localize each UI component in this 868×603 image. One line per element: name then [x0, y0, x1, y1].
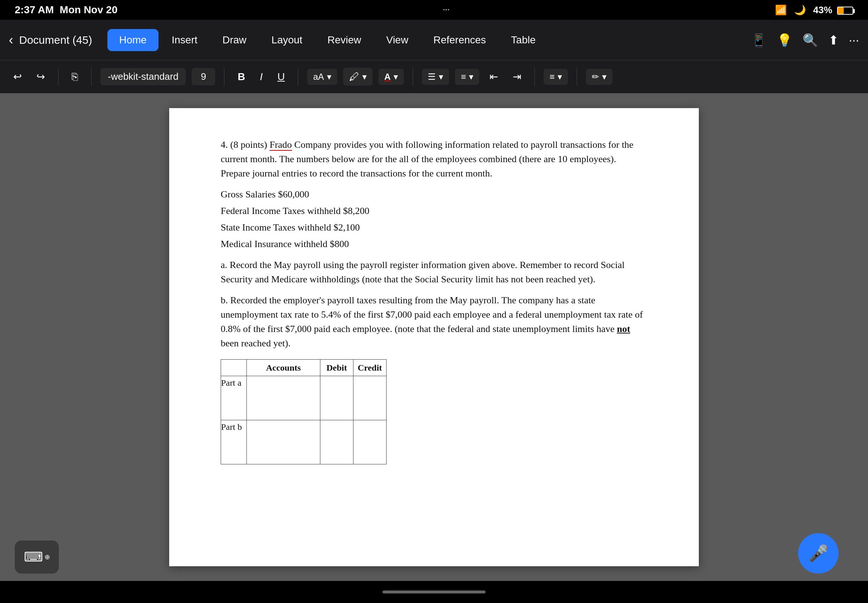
header-accounts: Accounts: [247, 360, 320, 376]
paste-button[interactable]: ⎘: [67, 68, 82, 86]
tab-table[interactable]: Table: [499, 29, 547, 51]
nav-tabs: Home Insert Draw Layout Review View Refe…: [107, 29, 745, 51]
part-b-credit-cell[interactable]: [353, 420, 387, 464]
part-b-debit-cell[interactable]: [320, 420, 353, 464]
federal-tax-line: Federal Income Taxes withheld $8,200: [221, 204, 647, 218]
font-size-selector[interactable]: 9: [192, 68, 215, 85]
question-number: 4.: [221, 139, 230, 150]
part-b-label: Part b: [221, 420, 247, 464]
redo-button[interactable]: ↪: [32, 68, 49, 86]
table-row-part-b[interactable]: Part b: [221, 420, 387, 464]
text-case-dropdown[interactable]: aA ▾: [307, 69, 337, 85]
header-debit: Debit: [320, 360, 353, 376]
part-a-instruction: a. Record the May payroll using the payr…: [221, 258, 647, 286]
state-tax-line: State Income Taxes withheld $2,100: [221, 220, 647, 235]
separator-7: [577, 68, 577, 86]
battery-display: 43%: [813, 5, 853, 16]
more-icon[interactable]: ···: [849, 33, 859, 47]
tab-layout[interactable]: Layout: [260, 29, 314, 51]
document-page[interactable]: 4. (8 points) Frado Company provides you…: [169, 108, 699, 566]
wifi-icon: 📶: [775, 5, 787, 16]
part-a-credit-cell[interactable]: [353, 376, 387, 420]
medical-insurance-line: Medical Insurance withheld $800: [221, 237, 647, 251]
payroll-data-block: Gross Salaries $60,000 Federal Income Ta…: [221, 187, 647, 251]
bulb-icon[interactable]: 💡: [777, 33, 792, 48]
undo-button[interactable]: ↩: [9, 68, 26, 86]
tab-draw[interactable]: Draw: [211, 29, 258, 51]
document-title: Document (45): [19, 34, 93, 46]
part-b-not: not: [617, 323, 630, 334]
font-color-dropdown[interactable]: A ▾: [379, 69, 404, 85]
format-bar: ↩ ↪ ⎘ -webkit-standard 9 B I U aA ▾ 🖊 ▾ …: [0, 60, 868, 93]
status-bar: 2:37 AM Mon Nov 20 ··· 📶 🌙 43%: [0, 0, 868, 20]
search-icon[interactable]: 🔍: [803, 33, 818, 48]
table-header-row: Accounts Debit Credit: [221, 360, 387, 376]
part-b-instruction: b. Recorded the employer's payroll taxes…: [221, 293, 647, 350]
part-b-accounts-cell[interactable]: [247, 420, 320, 464]
part-b-text: b. Recorded the employer's payroll taxes…: [221, 295, 643, 334]
moon-icon: 🌙: [794, 5, 806, 16]
tab-view[interactable]: View: [374, 29, 420, 51]
part-a-accounts-cell[interactable]: [247, 376, 320, 420]
share-icon[interactable]: ⬆: [828, 33, 839, 48]
gross-salaries-line: Gross Salaries $60,000: [221, 187, 647, 201]
mic-button[interactable]: 🎤: [798, 533, 839, 574]
header-col-label: [221, 360, 247, 376]
phone-icon[interactable]: 📱: [751, 33, 766, 48]
nav-bar: ‹ Document (45) Home Insert Draw Layout …: [0, 20, 868, 60]
numbered-list-dropdown[interactable]: ≡ ▾: [455, 69, 479, 85]
question-points: (8 points): [230, 139, 269, 150]
question-paragraph: 4. (8 points) Frado Company provides you…: [221, 138, 647, 181]
document-area: 4. (8 points) Frado Company provides you…: [0, 93, 868, 581]
journal-table[interactable]: Accounts Debit Credit Part a Part b: [221, 359, 387, 464]
outdent-button[interactable]: ⇤: [485, 68, 503, 86]
nav-icon-group: 📱 💡 🔍 ⬆ ···: [751, 33, 859, 48]
tab-review[interactable]: Review: [316, 29, 373, 51]
tab-home[interactable]: Home: [107, 29, 158, 51]
font-selector[interactable]: -webkit-standard: [101, 68, 186, 85]
signature-dropdown[interactable]: ✏ ▾: [586, 69, 613, 85]
bullet-list-dropdown[interactable]: ☰ ▾: [422, 69, 449, 85]
keyboard-button[interactable]: ⌨ ⊕: [15, 541, 59, 574]
part-a-debit-cell[interactable]: [320, 376, 353, 420]
journal-table-wrapper: Accounts Debit Credit Part a Part b: [221, 359, 647, 464]
part-a-label: Part a: [221, 376, 247, 420]
mic-icon: 🎤: [808, 544, 829, 563]
table-row-part-a[interactable]: Part a: [221, 376, 387, 420]
bold-button[interactable]: B: [233, 68, 249, 86]
indent-button[interactable]: ⇥: [508, 68, 526, 86]
company-name: Frado: [269, 139, 292, 151]
keyboard-sub-icon: ⊕: [45, 553, 50, 561]
tab-insert[interactable]: Insert: [160, 29, 209, 51]
underline-button[interactable]: U: [273, 68, 289, 86]
separator-4: [298, 68, 298, 86]
bottom-bar: [0, 581, 868, 603]
header-credit: Credit: [353, 360, 387, 376]
separator-6: [534, 68, 535, 86]
dots-indicator: ···: [443, 5, 449, 15]
keyboard-icon: ⌨: [24, 549, 43, 565]
time-display: 2:37 AM: [15, 4, 54, 16]
part-b-end: been reached yet).: [221, 338, 291, 349]
separator-3: [224, 68, 224, 86]
scroll-indicator: [382, 591, 486, 594]
separator-5: [413, 68, 413, 86]
highlight-dropdown[interactable]: 🖊 ▾: [343, 68, 373, 86]
date-display: Mon Nov 20: [60, 4, 117, 16]
back-button[interactable]: ‹: [9, 32, 13, 48]
tab-references[interactable]: References: [421, 29, 498, 51]
italic-button[interactable]: I: [255, 68, 267, 86]
align-dropdown[interactable]: ≡ ▾: [544, 69, 568, 85]
separator-1: [58, 68, 59, 86]
separator-2: [91, 68, 91, 86]
